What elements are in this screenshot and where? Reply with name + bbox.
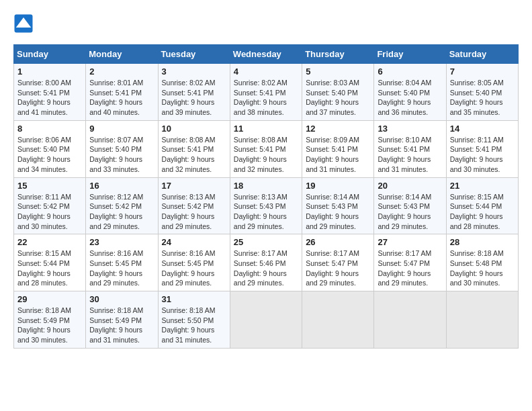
day-number: 2 xyxy=(89,66,154,77)
weekday-header: Wednesday xyxy=(230,45,302,64)
day-detail: Sunrise: 8:08 AM Sunset: 5:41 PM Dayligh… xyxy=(162,135,226,175)
day-detail: Sunrise: 8:13 AM Sunset: 5:42 PM Dayligh… xyxy=(162,192,226,232)
calendar-header: SundayMondayTuesdayWednesdayThursdayFrid… xyxy=(14,45,519,64)
day-number: 19 xyxy=(306,181,370,191)
day-number: 11 xyxy=(234,124,298,134)
calendar-day-cell: 10 Sunrise: 8:08 AM Sunset: 5:41 PM Dayl… xyxy=(158,120,230,177)
day-detail: Sunrise: 8:12 AM Sunset: 5:42 PM Dayligh… xyxy=(89,192,154,232)
weekday-header: Monday xyxy=(86,45,158,64)
day-number: 24 xyxy=(162,237,226,247)
weekday-header: Tuesday xyxy=(158,45,230,64)
day-detail: Sunrise: 8:00 AM Sunset: 5:41 PM Dayligh… xyxy=(17,78,82,118)
calendar-day-cell: 19 Sunrise: 8:14 AM Sunset: 5:43 PM Dayl… xyxy=(302,177,374,234)
calendar-week-row: 1 Sunrise: 8:00 AM Sunset: 5:41 PM Dayli… xyxy=(14,64,519,121)
day-detail: Sunrise: 8:04 AM Sunset: 5:40 PM Dayligh… xyxy=(378,78,442,118)
day-detail: Sunrise: 8:02 AM Sunset: 5:41 PM Dayligh… xyxy=(234,78,298,118)
day-detail: Sunrise: 8:05 AM Sunset: 5:40 PM Dayligh… xyxy=(450,78,515,118)
day-detail: Sunrise: 8:07 AM Sunset: 5:40 PM Dayligh… xyxy=(89,135,154,175)
calendar-day-cell: 4 Sunrise: 8:02 AM Sunset: 5:41 PM Dayli… xyxy=(230,64,302,121)
weekday-header: Saturday xyxy=(446,45,518,64)
calendar-day-cell: 22 Sunrise: 8:15 AM Sunset: 5:44 PM Dayl… xyxy=(14,234,86,291)
day-detail: Sunrise: 8:11 AM Sunset: 5:41 PM Dayligh… xyxy=(450,135,515,175)
calendar-day-cell: 3 Sunrise: 8:02 AM Sunset: 5:41 PM Dayli… xyxy=(158,64,230,121)
calendar-day-cell: 16 Sunrise: 8:12 AM Sunset: 5:42 PM Dayl… xyxy=(86,177,158,234)
calendar-day-cell: 23 Sunrise: 8:16 AM Sunset: 5:45 PM Dayl… xyxy=(86,234,158,291)
day-number: 18 xyxy=(234,181,298,191)
day-detail: Sunrise: 8:13 AM Sunset: 5:43 PM Dayligh… xyxy=(234,192,298,232)
day-number: 3 xyxy=(162,66,226,77)
calendar-day-cell: 17 Sunrise: 8:13 AM Sunset: 5:42 PM Dayl… xyxy=(158,177,230,234)
calendar-day-cell: 29 Sunrise: 8:18 AM Sunset: 5:49 PM Dayl… xyxy=(14,291,86,349)
calendar-day-cell: 9 Sunrise: 8:07 AM Sunset: 5:40 PM Dayli… xyxy=(86,120,158,177)
day-number: 13 xyxy=(378,124,442,134)
day-number: 4 xyxy=(234,66,298,77)
day-number: 14 xyxy=(450,124,515,134)
day-number: 16 xyxy=(89,181,154,191)
calendar-day-cell: 2 Sunrise: 8:01 AM Sunset: 5:41 PM Dayli… xyxy=(86,64,158,121)
day-detail: Sunrise: 8:14 AM Sunset: 5:43 PM Dayligh… xyxy=(306,192,370,232)
calendar-day-cell xyxy=(446,291,518,349)
calendar-week-row: 15 Sunrise: 8:11 AM Sunset: 5:42 PM Dayl… xyxy=(14,177,519,234)
calendar-day-cell: 7 Sunrise: 8:05 AM Sunset: 5:40 PM Dayli… xyxy=(446,64,518,121)
header xyxy=(13,13,519,34)
day-detail: Sunrise: 8:03 AM Sunset: 5:40 PM Dayligh… xyxy=(306,78,370,118)
logo xyxy=(13,13,38,34)
day-detail: Sunrise: 8:06 AM Sunset: 5:40 PM Dayligh… xyxy=(17,135,82,175)
calendar-day-cell: 18 Sunrise: 8:13 AM Sunset: 5:43 PM Dayl… xyxy=(230,177,302,234)
day-number: 25 xyxy=(234,237,298,247)
day-detail: Sunrise: 8:11 AM Sunset: 5:42 PM Dayligh… xyxy=(17,192,82,232)
calendar-table: SundayMondayTuesdayWednesdayThursdayFrid… xyxy=(13,44,519,349)
day-detail: Sunrise: 8:16 AM Sunset: 5:45 PM Dayligh… xyxy=(162,248,226,288)
calendar-day-cell: 6 Sunrise: 8:04 AM Sunset: 5:40 PM Dayli… xyxy=(374,64,446,121)
calendar-day-cell xyxy=(302,291,374,349)
day-detail: Sunrise: 8:18 AM Sunset: 5:48 PM Dayligh… xyxy=(450,248,515,288)
day-number: 29 xyxy=(17,294,82,304)
day-detail: Sunrise: 8:18 AM Sunset: 5:50 PM Dayligh… xyxy=(162,306,226,345)
day-number: 17 xyxy=(162,181,226,191)
day-detail: Sunrise: 8:01 AM Sunset: 5:41 PM Dayligh… xyxy=(89,78,154,118)
calendar-day-cell: 14 Sunrise: 8:11 AM Sunset: 5:41 PM Dayl… xyxy=(446,120,518,177)
day-number: 27 xyxy=(378,237,442,247)
calendar-week-row: 29 Sunrise: 8:18 AM Sunset: 5:49 PM Dayl… xyxy=(14,291,519,349)
day-number: 9 xyxy=(89,124,154,134)
calendar-day-cell xyxy=(230,291,302,349)
day-detail: Sunrise: 8:14 AM Sunset: 5:43 PM Dayligh… xyxy=(378,192,442,232)
day-detail: Sunrise: 8:16 AM Sunset: 5:45 PM Dayligh… xyxy=(89,248,154,288)
calendar-day-cell: 28 Sunrise: 8:18 AM Sunset: 5:48 PM Dayl… xyxy=(446,234,518,291)
calendar-day-cell: 24 Sunrise: 8:16 AM Sunset: 5:45 PM Dayl… xyxy=(158,234,230,291)
calendar-day-cell: 27 Sunrise: 8:17 AM Sunset: 5:47 PM Dayl… xyxy=(374,234,446,291)
day-number: 5 xyxy=(306,66,370,77)
day-detail: Sunrise: 8:17 AM Sunset: 5:46 PM Dayligh… xyxy=(234,248,298,288)
weekday-header: Thursday xyxy=(302,45,374,64)
calendar-day-cell: 11 Sunrise: 8:08 AM Sunset: 5:41 PM Dayl… xyxy=(230,120,302,177)
day-detail: Sunrise: 8:15 AM Sunset: 5:44 PM Dayligh… xyxy=(17,248,82,288)
day-number: 6 xyxy=(378,66,442,77)
day-number: 21 xyxy=(450,181,515,191)
calendar-day-cell: 5 Sunrise: 8:03 AM Sunset: 5:40 PM Dayli… xyxy=(302,64,374,121)
day-detail: Sunrise: 8:15 AM Sunset: 5:44 PM Dayligh… xyxy=(450,192,515,232)
day-number: 7 xyxy=(450,66,515,77)
day-number: 1 xyxy=(17,66,82,77)
calendar-day-cell: 31 Sunrise: 8:18 AM Sunset: 5:50 PM Dayl… xyxy=(158,291,230,349)
day-detail: Sunrise: 8:08 AM Sunset: 5:41 PM Dayligh… xyxy=(234,135,298,175)
calendar-day-cell: 20 Sunrise: 8:14 AM Sunset: 5:43 PM Dayl… xyxy=(374,177,446,234)
day-detail: Sunrise: 8:18 AM Sunset: 5:49 PM Dayligh… xyxy=(17,306,82,345)
day-detail: Sunrise: 8:17 AM Sunset: 5:47 PM Dayligh… xyxy=(306,248,370,288)
calendar-day-cell: 30 Sunrise: 8:18 AM Sunset: 5:49 PM Dayl… xyxy=(86,291,158,349)
calendar-day-cell: 26 Sunrise: 8:17 AM Sunset: 5:47 PM Dayl… xyxy=(302,234,374,291)
weekday-header: Sunday xyxy=(14,45,86,64)
day-number: 15 xyxy=(17,181,82,191)
day-detail: Sunrise: 8:17 AM Sunset: 5:47 PM Dayligh… xyxy=(378,248,442,288)
calendar-day-cell: 15 Sunrise: 8:11 AM Sunset: 5:42 PM Dayl… xyxy=(14,177,86,234)
logo-icon xyxy=(13,13,34,34)
calendar-week-row: 8 Sunrise: 8:06 AM Sunset: 5:40 PM Dayli… xyxy=(14,120,519,177)
day-number: 28 xyxy=(450,237,515,247)
calendar-day-cell: 1 Sunrise: 8:00 AM Sunset: 5:41 PM Dayli… xyxy=(14,64,86,121)
calendar-day-cell xyxy=(374,291,446,349)
day-number: 23 xyxy=(89,237,154,247)
calendar-day-cell: 8 Sunrise: 8:06 AM Sunset: 5:40 PM Dayli… xyxy=(14,120,86,177)
day-number: 12 xyxy=(306,124,370,134)
day-number: 10 xyxy=(162,124,226,134)
day-number: 30 xyxy=(89,294,154,304)
weekday-header: Friday xyxy=(374,45,446,64)
